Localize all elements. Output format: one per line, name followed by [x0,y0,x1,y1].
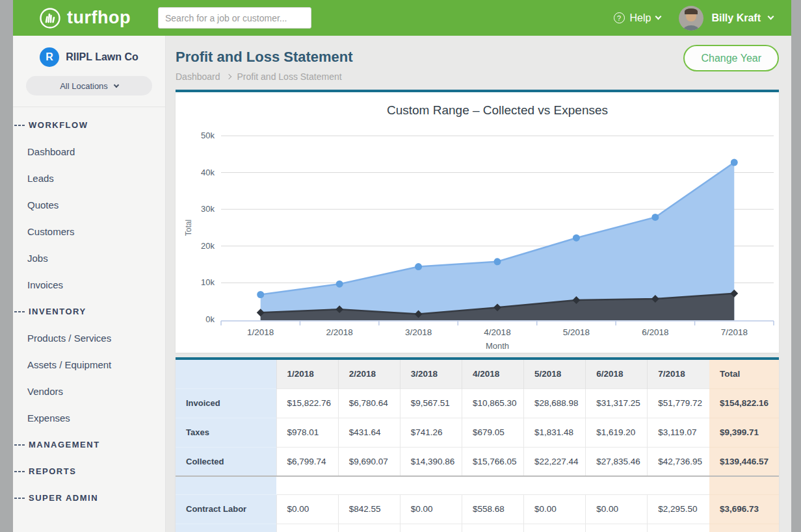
cell-value: $0.00 [462,524,523,532]
svg-text:Month: Month [486,341,509,351]
topbar: turfhop ? Help Billy Kraft [13,0,791,36]
cell-value: $0.00 [276,494,338,524]
sidebar: R RIIPL Lawn Co All Locations WORKFLOWDa… [13,36,166,532]
sidebar-section-inventory[interactable]: INVENTORY [13,298,165,325]
company-name: RIIPL Lawn Co [66,51,138,63]
user-name: Billy Kraft [711,12,761,24]
sidebar-section-super-admin[interactable]: SUPER ADMIN [13,485,165,511]
table-header-row: 1/20182/20183/20184/20185/20186/20187/20… [176,360,779,388]
change-year-button[interactable]: Change Year [683,45,779,71]
cell-value: $3,119.07 [648,418,709,447]
cell-value: $28,688.98 [524,388,586,418]
column-header-total: Total [709,360,779,388]
cell-value: $0.00 [586,494,648,524]
help-icon: ? [614,12,625,23]
sidebar-item-products-services[interactable]: Products / Services [13,325,165,351]
section-label: SUPER ADMIN [29,493,98,503]
grass-logo-icon [39,7,61,29]
section-label: REPORTS [29,466,76,476]
column-header-month: 3/2018 [400,360,462,388]
cell-value: $0.00 [524,494,586,524]
table-row-invoiced: Invoiced$15,822.76$6,780.64$9,567.51$10,… [176,388,779,418]
svg-text:10k: 10k [201,277,215,287]
spacer-cell [276,476,709,494]
sidebar-item-customers[interactable]: Customers [13,218,165,245]
cell-value: $15,766.05 [462,447,523,476]
row-label: Invoiced [176,388,276,418]
sidebar-item-leads[interactable]: Leads [13,165,165,192]
table-row-collected: Collected$6,799.74$9,690.07$14,390.86$15… [176,447,779,476]
search-input[interactable] [158,7,311,29]
sidebar-item-assets-equipment[interactable]: Assets / Equipment [13,351,165,378]
sidebar-section-reports[interactable]: REPORTS [13,458,165,485]
cell-value: $9,690.07 [338,447,400,476]
sidebar-item-dashboard[interactable]: Dashboard [13,138,165,165]
cell-value: $1,619.20 [586,418,648,447]
cell-row-total: $3,696.73 [709,494,779,524]
section-label: WORKFLOW [29,120,88,130]
svg-text:1/2018: 1/2018 [247,327,274,337]
cell-value: $10,865.30 [462,388,523,418]
column-header-month: 4/2018 [462,360,523,388]
location-selector[interactable]: All Locations [26,76,152,95]
cell-row-total: $154,822.16 [709,388,779,418]
main-content: Profit and Loss Statement Dashboard Prof… [166,36,791,532]
cell-value: $1,770.00 [648,524,709,532]
cell-value: $6,780.64 [338,388,400,418]
cell-value: $320.00 [276,524,338,532]
spacer-cell [176,476,276,494]
cell-value: $558.68 [462,494,523,524]
row-label: Taxes [176,418,276,447]
dashes-icon [14,498,25,499]
help-label: Help [630,12,651,24]
table-row-equipment-rental: Equipment Rental$320.00$0.00$0.00$0.00$0… [176,524,779,532]
chevron-down-icon [655,14,662,20]
section-label: INVENTORY [29,307,86,316]
chevron-down-icon [114,82,119,87]
sidebar-item-invoices[interactable]: Invoices [13,272,165,298]
column-header-month: 6/2018 [586,360,648,388]
cell-value: $22,227.44 [524,447,586,476]
table-corner-cell [176,360,276,388]
pl-table: 1/20182/20183/20184/20185/20186/20187/20… [176,360,779,532]
svg-text:Total: Total [184,220,193,236]
cell-value: $978.01 [276,418,338,447]
cell-value: $14,390.86 [400,447,462,476]
company-switcher[interactable]: R RIIPL Lawn Co [13,36,165,67]
svg-text:20k: 20k [201,241,215,251]
cell-value: $27,835.46 [586,447,648,476]
svg-text:6/2018: 6/2018 [642,327,668,337]
sidebar-item-expenses[interactable]: Expenses [13,405,165,431]
app-window: turfhop ? Help Billy Kraft R RIIPL Lawn … [13,0,791,532]
cell-value: $9,567.51 [400,388,462,418]
user-menu[interactable]: Billy Kraft [679,6,773,31]
svg-text:0k: 0k [205,314,215,324]
column-header-month: 2/2018 [338,360,400,388]
app-logo[interactable]: turfhop [39,7,131,29]
breadcrumb-dashboard[interactable]: Dashboard [176,71,220,82]
sidebar-item-quotes[interactable]: Quotes [13,192,165,218]
sidebar-section-management[interactable]: MANAGEMENT [13,431,165,458]
cell-value: $2,295.50 [648,494,709,524]
help-menu[interactable]: ? Help [614,12,661,24]
svg-text:7/2018: 7/2018 [721,327,748,337]
scrollbar-track[interactable] [791,0,801,532]
cell-value: $51,779.72 [648,388,709,418]
spacer-cell [709,476,779,494]
cell-value: $0.00 [400,524,462,532]
cell-value: $741.26 [400,418,462,447]
breadcrumb-chevron-icon [226,74,231,79]
sidebar-section-workflow[interactable]: WORKFLOW [13,112,165,138]
pl-chart: Custom Range – Collected vs Expenses0k10… [176,92,779,353]
left-window-gutter [0,0,13,532]
location-selector-label: All Locations [60,81,108,91]
sidebar-item-jobs[interactable]: Jobs [13,245,165,272]
svg-text:5/2018: 5/2018 [563,327,590,337]
column-header-month: 1/2018 [276,360,338,388]
dashes-icon [14,444,25,446]
cell-value: $6,799.74 [276,447,338,476]
dashes-icon [14,471,25,472]
svg-text:30k: 30k [201,204,215,214]
sidebar-item-vendors[interactable]: Vendors [13,378,165,405]
cell-row-total: $2,090.00 [709,524,779,532]
